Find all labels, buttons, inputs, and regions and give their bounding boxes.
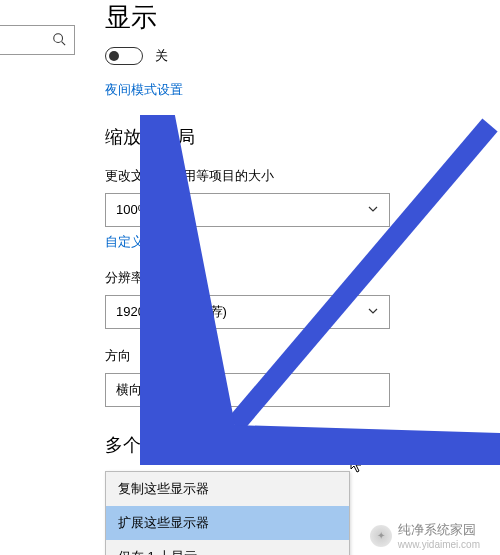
svg-point-0 [54,33,63,42]
search-icon [52,32,66,49]
display-option-extend[interactable]: 扩展这些显示器 [106,506,349,540]
text-size-select[interactable]: 100% (推荐) [105,193,390,227]
orientation-select[interactable]: 横向 [105,373,390,407]
orientation-label: 方向 [105,347,490,365]
text-size-label: 更改文本、应用等项目的大小 [105,167,490,185]
chevron-down-icon [367,203,379,218]
display-option-only1[interactable]: 仅在 1 上显示 [106,540,349,555]
multiple-displays-heading: 多个显示器 [105,433,490,457]
search-input[interactable] [0,25,75,55]
mouse-cursor-icon [350,455,366,478]
watermark-logo-icon: ✦ [370,525,392,547]
text-size-value: 100% (推荐) [116,201,188,219]
night-mode-settings-link[interactable]: 夜间模式设置 [105,81,183,99]
scale-layout-heading: 缩放与布局 [105,125,490,149]
page-title: 显示 [105,0,490,35]
svg-line-1 [62,41,66,45]
resolution-label: 分辨率 [105,269,490,287]
watermark-brand: 纯净系统家园 [398,522,476,537]
resolution-select[interactable]: 1920 × 1080 (推荐) [105,295,390,329]
display-option-duplicate[interactable]: 复制这些显示器 [106,472,349,506]
toggle-state-label: 关 [155,47,168,65]
orientation-value: 横向 [116,381,142,399]
night-light-toggle[interactable] [105,47,143,65]
multiple-displays-dropdown[interactable]: 复制这些显示器 扩展这些显示器 仅在 1 上显示 仅在 2 上显示 [105,471,350,555]
custom-scale-link[interactable]: 自定义缩放 [105,233,170,251]
watermark: ✦ 纯净系统家园 www.yidaimei.com [370,521,480,550]
toggle-knob [109,51,119,61]
resolution-value: 1920 × 1080 (推荐) [116,303,227,321]
watermark-url: www.yidaimei.com [398,539,480,550]
chevron-down-icon [367,305,379,320]
